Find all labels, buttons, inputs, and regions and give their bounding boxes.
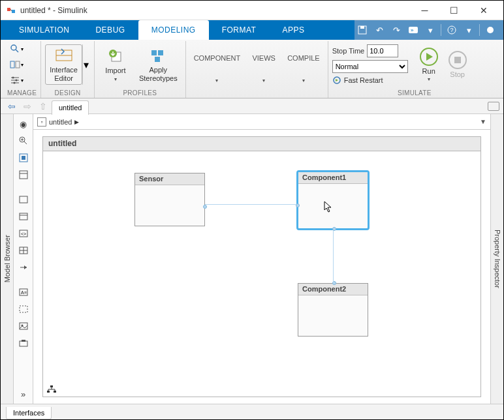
tab-simulation[interactable]: SIMULATION <box>6 20 82 40</box>
area-icon[interactable] <box>16 302 31 316</box>
stop-button[interactable]: Stop <box>445 50 471 80</box>
svg-text:A≡: A≡ <box>21 290 27 295</box>
group-manage: MANAGE <box>7 88 37 98</box>
tune-icon[interactable]: ▾ <box>7 73 25 87</box>
model-tab[interactable]: untitled <box>52 100 89 115</box>
chevron-down-icon[interactable]: ▾ <box>422 22 438 38</box>
fit-view-icon[interactable] <box>16 151 31 165</box>
tool-canvas-icon[interactable] <box>16 209 31 224</box>
block-sensor[interactable]: Sensor <box>134 173 205 226</box>
block-component2[interactable]: Component2 <box>298 283 368 337</box>
hierarchy-icon[interactable] <box>46 385 57 394</box>
nav-bar: ⇦ ⇨ ⇧ untitled <box>1 98 503 114</box>
model-browser-spine[interactable]: Model Browser <box>1 114 14 404</box>
play-icon <box>420 48 438 66</box>
svg-rect-36 <box>20 196 27 203</box>
bottom-tabs: Interfaces <box>1 404 503 419</box>
group-simulate: SIMULATE <box>332 88 497 98</box>
apply-stereotypes-button[interactable]: Apply Stereotypes <box>135 45 181 83</box>
help-icon[interactable]: ? <box>444 22 460 38</box>
svg-text:<>: <> <box>21 232 26 236</box>
svg-point-9 <box>487 27 494 33</box>
run-button[interactable]: Run ▾ <box>416 46 442 83</box>
svg-rect-55 <box>54 391 56 393</box>
svg-line-11 <box>16 50 18 52</box>
svg-rect-25 <box>158 50 163 55</box>
crumb-root[interactable]: untitled <box>49 118 72 126</box>
design-dropdown[interactable]: ▾ <box>82 44 90 84</box>
image-icon[interactable] <box>16 319 31 333</box>
app-icon <box>6 5 16 16</box>
gear-icon[interactable] <box>482 22 498 38</box>
nav-back-icon[interactable]: ⇦ <box>5 100 19 113</box>
svg-rect-33 <box>22 156 25 160</box>
diagram-title: untitled <box>43 137 480 151</box>
tool-grid-icon[interactable] <box>16 243 31 258</box>
svg-text:»: » <box>411 27 414 33</box>
undo-icon[interactable]: ↶ <box>371 22 387 38</box>
tool-box-icon[interactable] <box>16 192 31 207</box>
svg-rect-49 <box>20 323 27 329</box>
redo-icon[interactable]: ↷ <box>388 22 404 38</box>
interface-editor-icon <box>55 46 73 65</box>
tab-apps[interactable]: APPS <box>269 20 317 40</box>
annotation-icon[interactable]: A≡ <box>16 285 31 299</box>
nav-up-icon[interactable]: ⇧ <box>36 100 50 113</box>
maximize-button[interactable]: ☐ <box>439 1 469 20</box>
stop-time-input[interactable] <box>367 44 398 57</box>
fast-restart-button[interactable]: Fast Restart <box>332 76 408 85</box>
tab-debug[interactable]: DEBUG <box>82 20 138 40</box>
keyboard-icon[interactable] <box>488 102 499 111</box>
find-icon[interactable]: ▾ <box>7 42 25 56</box>
svg-rect-37 <box>20 213 27 220</box>
zoom-in-icon[interactable] <box>16 134 31 148</box>
chevron-down-icon[interactable]: ▾ <box>461 22 477 38</box>
sim-mode-select[interactable]: Normal <box>332 60 408 73</box>
svg-line-29 <box>24 142 27 144</box>
port-out[interactable] <box>203 205 207 209</box>
tab-interfaces[interactable]: Interfaces <box>6 407 52 419</box>
expand-icon[interactable]: » <box>16 387 31 401</box>
block-component1[interactable]: Component1 <box>296 170 370 230</box>
svg-rect-51 <box>20 341 27 346</box>
import-button[interactable]: Import ▾ <box>99 46 133 83</box>
close-button[interactable]: ✕ <box>469 1 498 20</box>
svg-marker-45 <box>24 265 27 269</box>
interface-editor-button[interactable]: Interface Editor <box>45 44 82 84</box>
more-icon[interactable]: » <box>405 22 421 38</box>
canvas[interactable]: untitled Sensor Component1 Component2 <box>42 136 481 397</box>
import-icon <box>106 47 125 65</box>
nav-forward-icon[interactable]: ⇨ <box>20 100 35 113</box>
minimize-button[interactable]: ─ <box>410 1 439 20</box>
svg-point-10 <box>11 45 16 50</box>
tool-code-icon[interactable]: <> <box>16 226 31 241</box>
wire-sensor-comp1[interactable] <box>205 204 296 205</box>
stop-time-label: Stop Time <box>332 47 365 55</box>
compare-icon[interactable]: ▾ <box>7 57 25 72</box>
toggle-perspective-icon[interactable] <box>16 168 31 182</box>
viewmark-icon[interactable] <box>16 336 31 350</box>
component-dropdown[interactable]: COMPONENT ▾ <box>190 52 245 85</box>
crumb-dropdown-icon[interactable]: ▼ <box>480 118 486 125</box>
save-icon[interactable] <box>354 22 370 38</box>
stop-icon <box>449 51 467 69</box>
svg-rect-12 <box>10 61 14 68</box>
svg-rect-13 <box>16 61 20 68</box>
quick-access: ↶ ↷ » ▾ ? ▾ <box>354 20 503 40</box>
group-profiles: PROFILES <box>99 88 181 98</box>
svg-rect-52 <box>22 340 25 342</box>
ribbon-tabs: SIMULATION DEBUG MODELING FORMAT APPS ↶ … <box>1 20 503 40</box>
tab-modeling[interactable]: MODELING <box>138 20 209 40</box>
model-icon[interactable]: ▫ <box>37 117 46 127</box>
tab-format[interactable]: FORMAT <box>209 20 270 40</box>
svg-rect-54 <box>47 391 50 393</box>
group-design: DESIGN <box>45 88 90 98</box>
hide-browser-icon[interactable]: ◉ <box>16 117 31 131</box>
wire-comp1-comp2[interactable] <box>333 230 334 283</box>
views-dropdown[interactable]: VIEWS ▾ <box>247 52 281 85</box>
window-title: untitled * - Simulink <box>20 6 410 15</box>
svg-point-19 <box>13 82 15 84</box>
tool-arrow-icon[interactable] <box>16 260 31 275</box>
compile-dropdown[interactable]: COMPILE ▾ <box>283 52 324 85</box>
property-inspector-spine[interactable]: Property Inspector <box>490 114 503 404</box>
